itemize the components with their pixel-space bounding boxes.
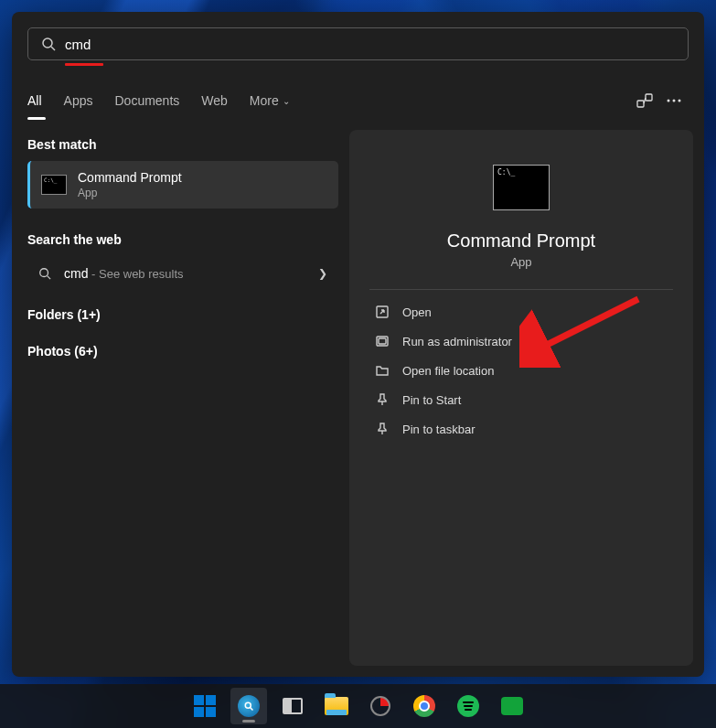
search-input[interactable] <box>65 37 675 52</box>
svg-rect-2 <box>637 101 644 107</box>
command-prompt-icon-large <box>493 165 550 210</box>
photos-heading[interactable]: Photos (6+) <box>27 337 338 368</box>
app-circle-icon <box>370 696 390 716</box>
search-web-heading: Search the web <box>27 225 338 256</box>
svg-point-5 <box>673 100 676 102</box>
task-view-icon <box>283 698 303 714</box>
shield-icon <box>375 334 390 348</box>
detail-subtitle: App <box>510 255 531 269</box>
chevron-right-icon: ❯ <box>318 267 327 280</box>
search-icon <box>41 37 56 51</box>
action-run-admin-label: Run as administrator <box>402 335 512 348</box>
svg-point-7 <box>40 269 48 277</box>
chrome-icon <box>413 695 435 717</box>
taskbar-search-button[interactable] <box>230 688 267 724</box>
chevron-down-icon: ⌄ <box>283 96 290 106</box>
svg-point-4 <box>668 100 670 102</box>
search-bar[interactable] <box>27 27 689 60</box>
best-match-subtitle: App <box>78 187 182 199</box>
svg-point-13 <box>245 702 251 708</box>
divider <box>369 289 673 290</box>
action-pin-start-label: Pin to Start <box>402 393 461 407</box>
tab-documents[interactable]: Documents <box>103 82 190 119</box>
chat-button[interactable] <box>494 688 530 724</box>
taskbar <box>0 684 716 728</box>
search-icon <box>238 695 260 717</box>
file-explorer-icon <box>325 697 348 715</box>
best-match-text: Command Prompt App <box>78 170 182 199</box>
search-icon <box>38 267 51 280</box>
connected-apps-button[interactable] <box>630 86 659 115</box>
tab-apps[interactable]: Apps <box>53 82 104 119</box>
best-match-heading: Best match <box>27 130 338 161</box>
folders-heading[interactable]: Folders (1+) <box>27 300 338 331</box>
svg-rect-11 <box>379 338 386 344</box>
web-query: cmd <box>64 266 88 281</box>
svg-point-6 <box>679 100 681 102</box>
best-match-title: Command Prompt <box>78 170 182 185</box>
task-view-button[interactable] <box>274 688 311 724</box>
action-open-file-location[interactable]: Open file location <box>369 356 673 385</box>
web-search-result[interactable]: cmd - See web results ❯ <box>27 256 338 291</box>
open-icon <box>375 305 390 319</box>
results-area: Best match Command Prompt App Search the… <box>12 119 704 677</box>
action-open-label: Open <box>402 305 432 319</box>
action-run-as-administrator[interactable]: Run as administrator <box>369 327 673 356</box>
pin-icon <box>375 392 390 407</box>
action-pin-to-start[interactable]: Pin to Start <box>369 385 673 414</box>
tab-more-label: More <box>250 93 279 108</box>
search-bar-container <box>12 12 704 60</box>
action-list: Open Run as administrator Open file loca… <box>369 297 673 444</box>
action-open[interactable]: Open <box>369 297 673 327</box>
detail-title: Command Prompt <box>447 230 595 252</box>
tab-more[interactable]: More ⌄ <box>239 82 301 119</box>
folder-icon <box>375 363 390 378</box>
annotation-underline <box>65 63 103 66</box>
more-options-button[interactable] <box>659 86 689 115</box>
start-button[interactable] <box>187 688 223 724</box>
svg-line-1 <box>51 47 55 50</box>
svg-rect-3 <box>646 94 652 101</box>
action-open-loc-label: Open file location <box>402 364 494 378</box>
windows-logo-icon <box>194 695 216 717</box>
svg-line-14 <box>250 708 252 711</box>
windows-search-panel: All Apps Documents Web More ⌄ Best match… <box>12 12 704 677</box>
web-query-suffix: - See web results <box>88 267 183 281</box>
spotify-icon <box>457 695 479 717</box>
action-pin-to-taskbar[interactable]: Pin to taskbar <box>369 414 673 444</box>
chrome-button[interactable] <box>406 688 443 724</box>
spotify-button[interactable] <box>450 688 486 724</box>
chat-icon <box>501 697 523 715</box>
results-left-column: Best match Command Prompt App Search the… <box>27 130 338 666</box>
svg-line-8 <box>48 276 51 280</box>
filter-tabs: All Apps Documents Web More ⌄ <box>12 82 704 119</box>
best-match-result[interactable]: Command Prompt App <box>27 161 338 209</box>
result-detail-panel: Command Prompt App Open Run as administr… <box>349 130 693 666</box>
command-prompt-icon <box>41 175 67 195</box>
action-pin-taskbar-label: Pin to taskbar <box>402 423 476 436</box>
file-explorer-button[interactable] <box>318 688 355 724</box>
pin-icon <box>375 422 390 436</box>
taskbar-app-1[interactable] <box>362 688 399 724</box>
tab-web[interactable]: Web <box>190 82 239 119</box>
tab-all[interactable]: All <box>27 82 53 119</box>
svg-point-0 <box>43 38 52 48</box>
